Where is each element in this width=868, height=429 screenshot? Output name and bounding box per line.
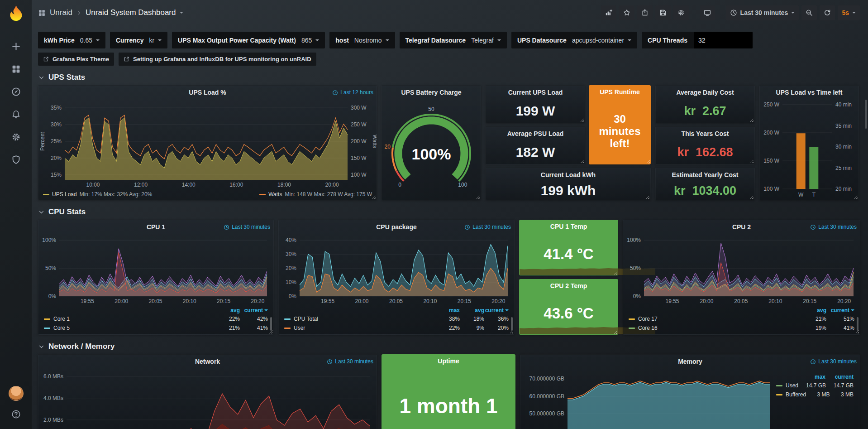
bar-W[interactable] [796,133,806,189]
series-name[interactable]: CPU Total [284,316,435,322]
panel-title[interactable]: Uptime [382,354,515,368]
series-name[interactable]: Buffered [776,391,806,398]
memory-chart[interactable]: 50.000000 GB60.000000 GB70.000000 GB [520,368,776,429]
panel-time-range[interactable]: Last 30 minutes [810,220,857,234]
section-header-ups-stats[interactable]: UPS Stats [38,73,861,82]
series-name[interactable]: Used [776,382,798,389]
page-scrollbar[interactable] [864,27,868,429]
link-ups-monitoring-guide[interactable]: Setting up Grafana and InfluxDB for UPS … [119,53,316,66]
series-name[interactable]: Core 5 [44,325,212,331]
variable-kwh-price[interactable]: kWh Price 0.65 [38,32,105,48]
external-link-icon [43,56,49,62]
grafana-logo[interactable] [6,3,25,22]
legend-col-avg[interactable]: avg [798,307,826,313]
panel-title[interactable]: Current Load kWh [486,168,650,182]
panel-ups-load-vs-time-left: UPS Load vs Time left 100 W150 W200 W250… [759,85,859,200]
sidebar-server-admin-button[interactable] [0,148,32,171]
link-grafana-plex-theme[interactable]: Grafana Plex Theme [38,53,114,66]
zoom-out-button[interactable] [801,5,817,20]
panel-average-daily-cost: Average Daily Cost kr 2.67 [655,85,755,123]
section-header-network-memory[interactable]: Network / Memory [38,342,861,351]
ups-load-vs-time-chart[interactable]: 100 W150 W200 W250 W20 min25 min30 min35… [760,99,858,200]
panel-time-range[interactable]: Last 30 minutes [327,355,373,368]
save-dashboard-button[interactable] [655,5,671,20]
variable-host[interactable]: host Nostromo [329,32,395,48]
legend-scrollbar[interactable] [857,317,858,331]
panel-title[interactable]: UPS Runtime [589,85,651,99]
legend-series-watts[interactable]: WattsMin: 148 W Max: 278 W Avg: 175 W [259,191,372,198]
cpu-stats-row: CPU 1 Last 30 minutes 0%50%100%19:5520:0… [38,220,861,335]
sidebar-help-button[interactable] [0,403,32,425]
tick-label: 25% [51,138,62,145]
variable-telegraf-datasource[interactable]: Telegraf Datasource Telegraf [400,32,507,48]
legend-scrollbar[interactable] [270,317,272,331]
sidebar-dashboards-button[interactable] [0,58,32,80]
breadcrumb-dashboard-title[interactable]: Unraid System Dashboard [86,8,176,17]
tick-label: 25 min [835,165,852,171]
ups-battery-gauge[interactable]: 02050100100% [382,99,481,200]
mark-favorite-button[interactable] [619,5,634,20]
variable-currency[interactable]: Currency kr [110,32,167,48]
panel-title[interactable]: CPU 2 Temp [519,279,618,293]
sidebar-explore-button[interactable] [0,80,32,103]
cpu-package-chart[interactable]: 0%10%20%30%40%19:5520:0020:0520:1020:152… [279,234,514,305]
add-panel-button[interactable] [601,5,616,20]
legend-col-current[interactable]: current [240,307,268,313]
sidebar-configuration-button[interactable] [0,125,32,148]
legend-col-current[interactable]: current [484,307,509,313]
refresh-button[interactable] [820,5,835,20]
panel-title[interactable]: Memory [520,355,860,368]
legend-col-current[interactable]: current [826,307,854,313]
panel-estimated-yearly-cost: Estimated Yearly Cost kr 1034.00 [655,168,755,200]
share-dashboard-button[interactable] [637,5,653,20]
panel-title[interactable]: UPS Load % [38,86,377,99]
legend-col-avg[interactable]: avg [212,307,240,313]
refresh-interval-picker[interactable]: 5s [838,5,860,20]
sidebar-alerting-button[interactable] [0,103,32,125]
user-avatar[interactable] [9,386,24,401]
series-name[interactable]: Core 16 [629,325,798,331]
dashboard-dropdown-caret[interactable] [180,12,183,15]
panel-title[interactable]: Average PSU Load [486,127,585,140]
cpu1-chart[interactable]: 0%50%100%19:5520:0020:0520:1020:1520:20 [38,234,273,305]
series-color-dash [776,394,782,395]
legend-col-current[interactable]: current [825,374,854,380]
stat-value: kr 2.67 [656,99,754,123]
panel-title[interactable]: Estimated Yearly Cost [656,168,754,182]
ups-load-chart[interactable]: 15%20%25%30%35%Percent100 W150 W200 W250… [38,99,377,189]
dashboard-settings-button[interactable] [673,5,689,20]
y-axis-label: Percent [39,132,46,151]
cpu2-chart[interactable]: 0%50%100%19:5520:0020:0520:1020:1520:20 [623,234,860,305]
variable-ups-max-output[interactable]: UPS Max Output Power Capacity (Watt) 865 [172,32,325,48]
panel-time-range[interactable]: Last 30 minutes [810,355,857,368]
panel-title[interactable]: Current UPS Load [486,86,585,99]
legend-scrollbar[interactable] [511,317,513,331]
variable-ups-datasource[interactable]: UPS Datasource apcupsd-container [511,32,637,48]
panel-title[interactable]: UPS Load vs Time left [760,86,858,99]
breadcrumb-app[interactable]: Unraid [50,8,72,17]
panel-time-range[interactable]: Last 12 hours [332,86,373,99]
series-name[interactable]: User [284,325,435,331]
panel-title[interactable]: UPS Battery Charge [382,86,481,99]
legend-col-max[interactable]: max [435,307,460,313]
panel-title[interactable]: This Years Cost [656,127,754,140]
sidebar-create-button[interactable] [0,35,32,58]
panel-title[interactable]: CPU 1 Temp [519,220,618,233]
cpu-threads-input[interactable] [694,32,753,48]
cycle-view-button[interactable] [700,5,715,20]
section-header-cpu-stats[interactable]: CPU Stats [38,207,861,217]
legend-series-ups-load[interactable]: UPS LoadMin: 17% Max: 32% Avg: 20% [43,191,152,198]
bar-T[interactable] [809,147,818,189]
legend-col-max[interactable]: max [797,374,825,380]
series-name[interactable]: Core 17 [629,316,798,322]
legend-col-avg[interactable]: avg [460,307,484,313]
panel-time-range[interactable]: Last 30 minutes [224,220,270,234]
panel-title[interactable]: Network [38,355,377,368]
network-chart[interactable]: 2.0 MBs4.0 MBs6.0 MBs [38,368,377,429]
panel-title[interactable]: Average Daily Cost [656,86,754,99]
panel-time-range[interactable]: Last 30 minutes [464,220,511,234]
clock-icon [224,224,229,230]
series-name[interactable]: Core 1 [44,316,212,322]
scrollbar-thumb[interactable] [865,100,867,129]
time-range-picker[interactable]: Last 30 minutes [726,5,799,20]
